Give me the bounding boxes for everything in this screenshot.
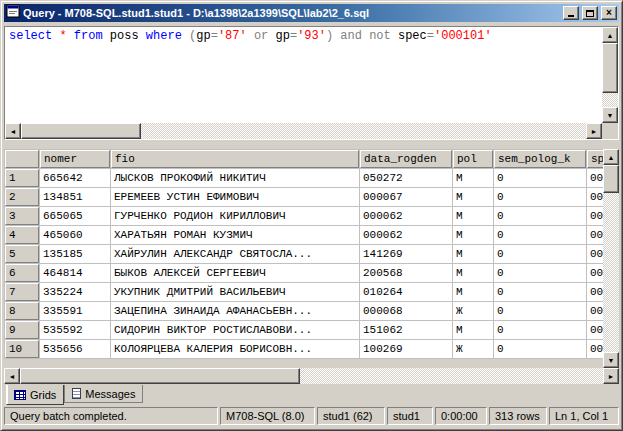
grid-cell-nomer[interactable]: 535656: [40, 340, 110, 358]
grid-cell-pol[interactable]: М: [453, 226, 493, 244]
column-header-spec[interactable]: spec: [587, 150, 603, 168]
grid-cell-sem_polog_k[interactable]: 0: [494, 302, 586, 320]
grid-vscroll-track[interactable]: [603, 165, 619, 352]
grid-cell-spec[interactable]: 002307: [587, 340, 603, 358]
grid-cell-spec[interactable]: 002305: [587, 321, 603, 339]
grid-cell-pol[interactable]: М: [453, 283, 493, 301]
grid-cell-fio[interactable]: ЕРЕМЕЕВ УСТИН ЕФИМОВИЧ: [111, 188, 359, 206]
column-header-data_rogden[interactable]: data_rogden: [360, 150, 452, 168]
grid-cell-spec[interactable]: 003102: [587, 226, 603, 244]
grid-cell-data_rogden[interactable]: 000062: [360, 226, 452, 244]
editor-vscroll-track[interactable]: [602, 43, 618, 107]
editor-scroll-down-button[interactable]: ▼: [602, 107, 618, 123]
grid-cell-nomer[interactable]: 464814: [40, 264, 110, 282]
grid-cell-nomer[interactable]: 134851: [40, 188, 110, 206]
pane-splitter[interactable]: [4, 140, 619, 149]
grid-cell-spec[interactable]: 003114: [587, 188, 603, 206]
grid-cell-nomer[interactable]: 465060: [40, 226, 110, 244]
grid-cell-spec[interactable]: 002804: [587, 169, 603, 187]
grid-cell-nomer[interactable]: 665642: [40, 169, 110, 187]
grid-cell-fio[interactable]: ЛЫСКОВ ПРОКОФИЙ НИКИТИЧ: [111, 169, 359, 187]
select-all-corner-cell[interactable]: [5, 150, 39, 168]
grid-cell-data_rogden[interactable]: 010264: [360, 283, 452, 301]
grid-cell-data_rogden[interactable]: 151062: [360, 321, 452, 339]
grid-vscroll-thumb[interactable]: [603, 165, 619, 193]
grid-cell-fio[interactable]: УКУПНИК ДМИТРИЙ ВАСИЛЬЕВИЧ: [111, 283, 359, 301]
row-number-cell[interactable]: 5: [5, 245, 39, 263]
column-header-sem_polog_k[interactable]: sem_polog_k: [494, 150, 586, 168]
grid-cell-data_rogden[interactable]: 000067: [360, 188, 452, 206]
grid-cell-sem_polog_k[interactable]: 0: [494, 283, 586, 301]
grid-cell-pol[interactable]: М: [453, 188, 493, 206]
minimize-button[interactable]: [563, 6, 579, 20]
grid-cell-nomer[interactable]: 665065: [40, 207, 110, 225]
grid-cell-pol[interactable]: М: [453, 245, 493, 263]
grid-cell-pol[interactable]: М: [453, 264, 493, 282]
grid-cell-spec[interactable]: 002302: [587, 302, 603, 320]
grid-cell-sem_polog_k[interactable]: 0: [494, 207, 586, 225]
grid-cell-pol[interactable]: М: [453, 321, 493, 339]
grid-cell-spec[interactable]: 003102: [587, 207, 603, 225]
grid-cell-fio[interactable]: ХАЙРУЛИН АЛЕКСАНДР СВЯТОСЛА...: [111, 245, 359, 263]
grid-cell-fio[interactable]: СИДОРИН ВИКТОР РОСТИСЛАВОВИ...: [111, 321, 359, 339]
grid-cell-data_rogden[interactable]: 100269: [360, 340, 452, 358]
grid-cell-sem_polog_k[interactable]: 0: [494, 245, 586, 263]
grid-cell-pol[interactable]: М: [453, 169, 493, 187]
column-header-fio[interactable]: fio: [111, 150, 359, 168]
editor-vscrollbar[interactable]: ▲ ▼: [602, 27, 618, 123]
editor-scroll-right-button[interactable]: ►: [586, 123, 602, 139]
editor-scroll-up-button[interactable]: ▲: [602, 27, 618, 43]
row-number-cell[interactable]: 1: [5, 169, 39, 187]
row-number-cell[interactable]: 8: [5, 302, 39, 320]
grid-hscroll-track[interactable]: [20, 368, 603, 384]
grid-cell-spec[interactable]: 001710: [587, 245, 603, 263]
grid-cell-pol[interactable]: Ж: [453, 302, 493, 320]
grid-cell-nomer[interactable]: 335591: [40, 302, 110, 320]
grid-cell-data_rogden[interactable]: 000062: [360, 207, 452, 225]
editor-hscrollbar[interactable]: ◄ ►: [5, 123, 602, 139]
grid-cell-sem_polog_k[interactable]: 0: [494, 321, 586, 339]
column-header-pol[interactable]: pol: [453, 150, 493, 168]
editor-hscroll-track[interactable]: [21, 123, 586, 139]
grid-cell-data_rogden[interactable]: 141269: [360, 245, 452, 263]
tab-grids[interactable]: Grids: [6, 385, 64, 405]
grid-cell-fio[interactable]: ЗАЦЕПИНА ЗИНАИДА АФАНАСЬЕВН...: [111, 302, 359, 320]
grid-cell-pol[interactable]: Ж: [453, 340, 493, 358]
grid-cell-spec[interactable]: 002102: [587, 283, 603, 301]
grid-cell-spec[interactable]: 001710: [587, 264, 603, 282]
grid-cell-fio[interactable]: ГУРЧЕНКО РОДИОН КИРИЛЛОВИЧ: [111, 207, 359, 225]
grid-cell-sem_polog_k[interactable]: 0: [494, 226, 586, 244]
grid-cell-data_rogden[interactable]: 050272: [360, 169, 452, 187]
grid-scroll-down-button[interactable]: ▼: [603, 352, 619, 368]
grid-hscrollbar[interactable]: ◄ ►: [4, 368, 619, 384]
tab-messages[interactable]: Messages: [64, 385, 143, 403]
row-number-cell[interactable]: 2: [5, 188, 39, 206]
grid-cell-data_rogden[interactable]: 000068: [360, 302, 452, 320]
close-button[interactable]: ×: [601, 6, 617, 20]
grid-cell-sem_polog_k[interactable]: 0: [494, 188, 586, 206]
grid-cell-pol[interactable]: М: [453, 207, 493, 225]
editor-hscroll-thumb[interactable]: [21, 123, 141, 139]
row-number-cell[interactable]: 7: [5, 283, 39, 301]
grid-cell-sem_polog_k[interactable]: 0: [494, 340, 586, 358]
grid-cell-nomer[interactable]: 135185: [40, 245, 110, 263]
grid-cell-nomer[interactable]: 335224: [40, 283, 110, 301]
grid-scroll-up-button[interactable]: ▲: [603, 149, 619, 165]
grid-cell-nomer[interactable]: 535592: [40, 321, 110, 339]
grid-cell-fio[interactable]: ХАРАТЬЯН РОМАН КУЗМИЧ: [111, 226, 359, 244]
maximize-button[interactable]: [582, 6, 598, 20]
column-header-nomer[interactable]: nomer: [40, 150, 110, 168]
row-number-cell[interactable]: 4: [5, 226, 39, 244]
grid-vscrollbar[interactable]: ▲ ▼: [603, 149, 619, 368]
title-bar[interactable]: Query - M708-SQL.stud1.stud1 - D:\a1398\…: [4, 4, 619, 22]
grid-cell-sem_polog_k[interactable]: 0: [494, 169, 586, 187]
grid-cell-fio[interactable]: КОЛОЯРЦЕВА КАЛЕРИЯ БОРИСОВН...: [111, 340, 359, 358]
grid-cell-sem_polog_k[interactable]: 0: [494, 264, 586, 282]
grid-cell-fio[interactable]: БЫКОВ АЛЕКСЕЙ СЕРГЕЕВИЧ: [111, 264, 359, 282]
grid-scroll-left-button[interactable]: ◄: [4, 368, 20, 384]
row-number-cell[interactable]: 9: [5, 321, 39, 339]
grid-cell-data_rogden[interactable]: 200568: [360, 264, 452, 282]
editor-vscroll-thumb[interactable]: [602, 43, 618, 93]
row-number-cell[interactable]: 6: [5, 264, 39, 282]
editor-scroll-left-button[interactable]: ◄: [5, 123, 21, 139]
